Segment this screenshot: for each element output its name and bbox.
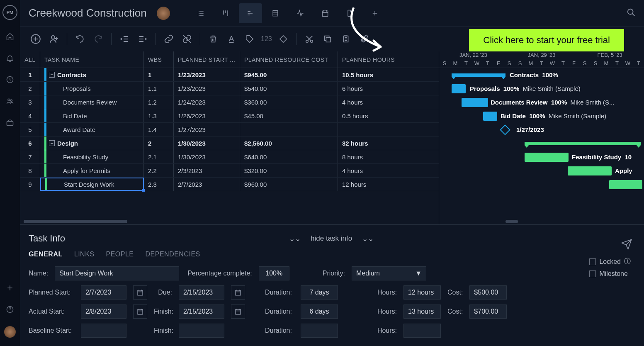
tab-links[interactable]: LINKS xyxy=(74,251,95,258)
indent-icon[interactable] xyxy=(136,32,150,46)
col-wbs[interactable]: WBS xyxy=(144,51,174,68)
project-avatar[interactable] xyxy=(157,7,170,20)
name-field[interactable] xyxy=(55,266,179,280)
priority-select[interactable]: Medium▼ xyxy=(352,266,426,280)
gantt-chart[interactable]: JAN, 22 '23JAN, 29 '23FEB, 5 '23 SMTWTFS… xyxy=(439,51,644,224)
table-row[interactable]: 9 Start Design Work 2.3 2/7/2023 $960.00… xyxy=(20,178,439,191)
redo-icon[interactable] xyxy=(91,32,105,46)
pcost-field[interactable] xyxy=(469,285,507,300)
calendar-icon[interactable] xyxy=(133,285,147,300)
astart-field[interactable] xyxy=(81,305,126,319)
calendar-icon[interactable] xyxy=(231,305,245,319)
link-icon[interactable] xyxy=(162,32,176,46)
calendar-icon[interactable] xyxy=(133,305,147,319)
milestone-checkbox[interactable]: Milestone xyxy=(589,270,631,278)
svg-rect-15 xyxy=(236,290,241,295)
ahours-field[interactable] xyxy=(403,305,441,319)
pdur-field[interactable] xyxy=(301,285,338,300)
bell-icon[interactable] xyxy=(5,53,15,63)
undo-icon[interactable] xyxy=(73,32,87,46)
table-row[interactable]: 1 −Contracts 1 1/23/2023 $945.00 10.5 ho… xyxy=(20,68,439,82)
calendar-icon[interactable] xyxy=(231,285,245,300)
col-hours[interactable]: PLANNED HOURS xyxy=(338,51,404,68)
home-icon[interactable] xyxy=(5,32,15,41)
bfinish-field[interactable] xyxy=(179,324,224,338)
app-logo[interactable]: PM xyxy=(2,5,17,20)
text-icon[interactable] xyxy=(224,32,238,46)
svg-rect-17 xyxy=(236,309,241,314)
gantt-scrollbar[interactable] xyxy=(439,219,644,224)
gantt-view-icon[interactable] xyxy=(239,3,262,23)
lbl-pstart: Planned Start: xyxy=(29,289,74,296)
paste-icon[interactable] xyxy=(339,32,353,46)
outdent-icon[interactable] xyxy=(117,32,131,46)
pstart-field[interactable] xyxy=(81,285,126,300)
pct-field[interactable] xyxy=(259,266,289,280)
file-icon[interactable] xyxy=(338,3,362,23)
table-row[interactable]: 3 Documents Review 1.2 1/24/2023 $360.00… xyxy=(20,95,439,109)
lbl-name: Name: xyxy=(29,270,48,277)
list-view-icon[interactable] xyxy=(189,3,212,23)
sheet-view-icon[interactable] xyxy=(264,3,287,23)
unlink-icon[interactable] xyxy=(180,32,194,46)
table-row[interactable]: 6 −Design 2 1/30/2023 $2,560.00 32 hours xyxy=(20,136,439,150)
user-avatar[interactable] xyxy=(4,326,16,338)
tab-dependencies[interactable]: DEPENDENCIES xyxy=(146,251,200,258)
finish-field[interactable] xyxy=(179,305,224,319)
table-row[interactable]: 2 Proposals 1.1 1/23/2023 $540.00 6 hour… xyxy=(20,82,439,95)
table-row[interactable]: 8 Apply for Permits 2.2 2/3/2023 $320.00… xyxy=(20,164,439,178)
lbl-hrs2: Hours: xyxy=(376,308,397,315)
col-cost[interactable]: PLANNED RESOURCE COST xyxy=(240,51,338,68)
cta-button[interactable]: Click here to start your free trial xyxy=(469,29,624,51)
col-all[interactable]: ALL xyxy=(20,51,40,68)
lbl-due: Due: xyxy=(154,289,172,296)
svg-rect-16 xyxy=(138,309,143,314)
board-view-icon[interactable] xyxy=(214,3,237,23)
bdur-field[interactable] xyxy=(301,324,338,338)
bstart-field[interactable] xyxy=(81,324,126,338)
tab-general[interactable]: GENERAL xyxy=(29,251,63,258)
help-icon[interactable] xyxy=(5,305,15,314)
svg-point-7 xyxy=(628,9,633,14)
plus-icon[interactable] xyxy=(5,283,15,293)
svg-rect-14 xyxy=(138,290,143,295)
delete-icon[interactable] xyxy=(206,32,220,46)
locked-checkbox[interactable]: Locked ⓘ xyxy=(589,257,631,266)
col-taskname[interactable]: TASK NAME xyxy=(40,51,144,68)
toolbar: 123 Click here to start your free trial xyxy=(20,27,644,51)
bhours-field[interactable] xyxy=(403,324,441,338)
due-field[interactable] xyxy=(179,285,224,300)
grid-scrollbar[interactable] xyxy=(20,219,439,224)
info-icon[interactable]: ⓘ xyxy=(624,257,631,266)
cut-icon[interactable] xyxy=(302,32,316,46)
table-row[interactable]: 7 Feasibility Study 2.1 1/30/2023 $640.0… xyxy=(20,150,439,164)
table-row[interactable]: 5 Award Date 1.4 1/27/2023 xyxy=(20,123,439,136)
tag-icon[interactable] xyxy=(243,32,257,46)
panel-title: Task Info xyxy=(29,233,65,244)
phours-field[interactable] xyxy=(403,285,441,300)
acost-field[interactable] xyxy=(469,305,507,319)
copy-icon[interactable] xyxy=(321,32,335,46)
col-start[interactable]: PLANNED START ... xyxy=(174,51,240,68)
hide-panel-button[interactable]: ⌄⌄ hide task info ⌄⌄ xyxy=(289,234,374,243)
add-view-icon[interactable] xyxy=(363,3,386,23)
lbl-cost: Cost: xyxy=(447,289,463,296)
send-icon[interactable] xyxy=(621,239,632,252)
adur-field[interactable] xyxy=(301,305,338,319)
lbl-dur2: Duration: xyxy=(265,308,294,315)
table-row[interactable]: 4 Bid Date 1.3 1/26/2023 $45.00 0.5 hour… xyxy=(20,109,439,123)
search-icon[interactable] xyxy=(627,8,636,19)
calendar-icon[interactable] xyxy=(313,3,337,23)
zoom-text: 123 xyxy=(261,35,272,43)
lbl-bhrs: Hours: xyxy=(376,327,397,334)
activity-icon[interactable] xyxy=(289,3,312,23)
briefcase-icon[interactable] xyxy=(5,118,15,128)
add-person-icon[interactable] xyxy=(47,32,61,46)
add-task-icon[interactable] xyxy=(29,32,43,46)
attach-icon[interactable] xyxy=(357,32,371,46)
chevron-down-icon: ⌄⌄ xyxy=(289,234,301,243)
tab-people[interactable]: PEOPLE xyxy=(106,251,134,258)
milestone-icon[interactable] xyxy=(276,32,290,46)
clock-icon[interactable] xyxy=(5,75,15,85)
people-icon[interactable] xyxy=(5,96,15,106)
